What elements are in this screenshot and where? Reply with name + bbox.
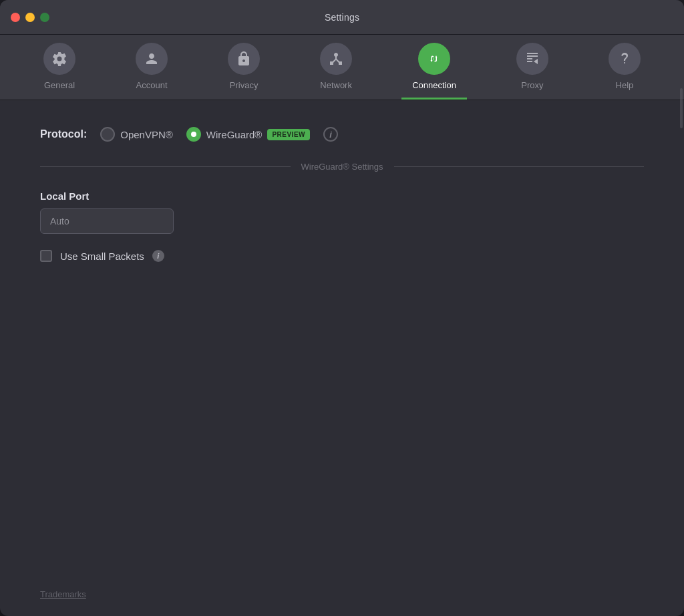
tab-account[interactable]: Account — [125, 43, 178, 100]
tab-privacy[interactable]: Privacy — [217, 43, 271, 100]
wireguard-settings-label: WireGuard® Settings — [301, 162, 383, 172]
local-port-field-group: Local Port — [40, 190, 644, 234]
wireguard-settings-divider: WireGuard® Settings — [40, 162, 644, 172]
help-tab-label: Help — [616, 80, 634, 90]
window-title: Settings — [325, 12, 359, 23]
trademarks-link[interactable]: Trademarks — [40, 589, 86, 599]
local-port-input[interactable] — [40, 208, 174, 234]
titlebar: Settings — [0, 0, 684, 35]
main-content: Protocol: OpenVPN® WireGuard® PREVIEW i … — [0, 100, 684, 588]
wireguard-radio[interactable] — [186, 127, 201, 142]
divider-line-right — [394, 166, 645, 167]
privacy-icon — [228, 43, 260, 75]
local-port-label: Local Port — [40, 190, 644, 202]
openvpn-label: OpenVPN® — [120, 129, 173, 140]
minimize-button[interactable] — [25, 13, 35, 22]
proxy-icon — [516, 43, 548, 75]
close-button[interactable] — [11, 13, 20, 22]
wireguard-label: WireGuard® — [206, 129, 263, 140]
general-tab-label: General — [44, 80, 75, 90]
nav-tabs: General Account Privacy — [0, 35, 684, 100]
connection-icon — [418, 43, 450, 75]
general-icon — [43, 43, 75, 75]
network-icon — [320, 43, 352, 75]
scrollbar-track[interactable] — [679, 75, 684, 616]
protocol-label: Protocol: — [40, 128, 87, 140]
preview-badge: PREVIEW — [267, 129, 310, 140]
openvpn-radio[interactable] — [100, 127, 115, 142]
proxy-tab-label: Proxy — [521, 80, 543, 90]
network-tab-label: Network — [320, 80, 352, 90]
tab-connection[interactable]: Connection — [401, 43, 467, 100]
footer: Trademarks — [0, 588, 684, 616]
use-small-packets-checkbox[interactable] — [40, 250, 52, 262]
help-icon — [609, 43, 641, 75]
scrollbar-thumb[interactable] — [680, 88, 683, 128]
connection-tab-label: Connection — [412, 80, 456, 90]
openvpn-option[interactable]: OpenVPN® — [100, 127, 173, 142]
protocol-row: Protocol: OpenVPN® WireGuard® PREVIEW i — [40, 127, 644, 142]
divider-line-left — [40, 166, 291, 167]
use-small-packets-label: Use Small Packets — [60, 251, 144, 262]
wireguard-option[interactable]: WireGuard® PREVIEW — [186, 127, 310, 142]
tab-network[interactable]: Network — [309, 43, 363, 100]
account-tab-label: Account — [136, 80, 168, 90]
window-controls — [11, 13, 49, 22]
tab-help[interactable]: Help — [598, 43, 651, 100]
wireguard-info-icon[interactable]: i — [323, 127, 338, 142]
use-small-packets-row[interactable]: Use Small Packets i — [40, 250, 644, 262]
settings-window: Settings General Account — [0, 0, 684, 616]
small-packets-info-icon[interactable]: i — [152, 250, 164, 262]
tab-proxy[interactable]: Proxy — [506, 43, 559, 100]
tab-general[interactable]: General — [33, 43, 86, 100]
maximize-button[interactable] — [40, 13, 49, 22]
account-icon — [136, 43, 168, 75]
privacy-tab-label: Privacy — [230, 80, 259, 90]
